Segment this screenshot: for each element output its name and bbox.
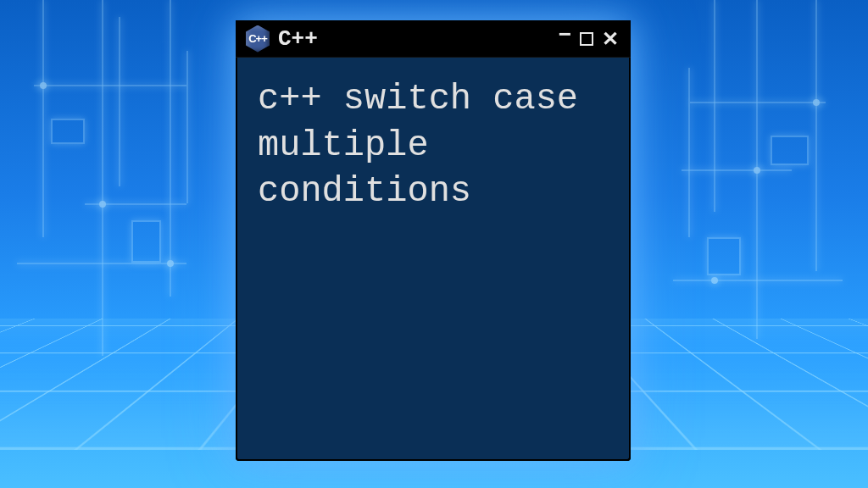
terminal-body[interactable]: c++ switch case multiple conditions [236,58,631,461]
cpp-app-icon: C++ [246,25,270,53]
minimize-button[interactable]: − [557,21,573,47]
maximize-button[interactable] [580,32,593,46]
terminal-window: C++ C++ − ✕ c++ switch case multiple con… [236,20,631,461]
cpp-icon-label: C++ [248,32,267,45]
terminal-content: c++ switch case multiple conditions [258,76,609,215]
window-title: C++ [278,26,557,52]
window-controls: − ✕ [557,26,620,52]
close-button[interactable]: ✕ [600,27,620,51]
window-titlebar[interactable]: C++ C++ − ✕ [236,20,631,58]
